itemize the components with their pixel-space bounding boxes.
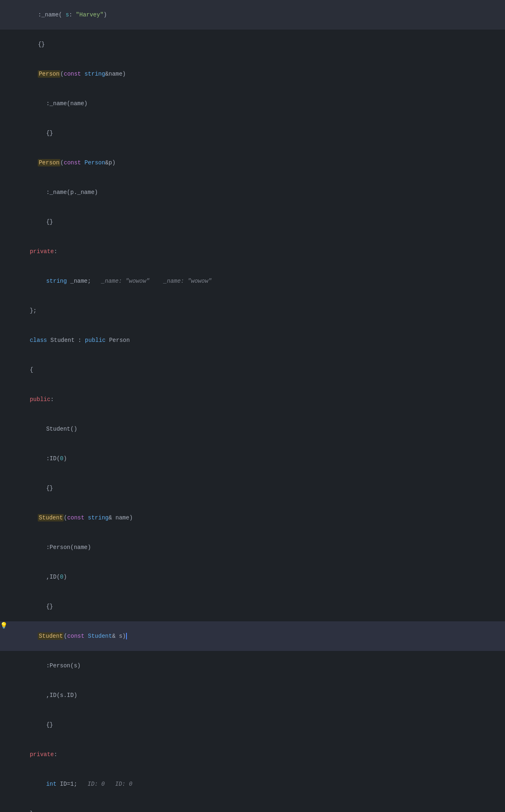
code-token: ,ID(: [46, 574, 60, 580]
code-line: :_name(p._name): [0, 178, 505, 207]
line-content: private:: [7, 237, 505, 266]
code-line: :ID(0): [0, 444, 505, 473]
code-token: ID=1;: [57, 781, 77, 787]
code-token: ): [103, 12, 107, 18]
code-line: int ID=1; ID: 0 ID: 0: [0, 769, 505, 799]
code-token: string: [88, 514, 108, 521]
code-line: ,ID(0): [0, 562, 505, 592]
lightbulb-icon[interactable]: 💡: [0, 622, 8, 630]
code-token: private: [30, 248, 54, 255]
code-token: ): [63, 574, 67, 580]
line-content: :ID(0): [7, 444, 505, 473]
code-token: Person: [38, 70, 60, 78]
code-token: {}: [46, 219, 53, 225]
code-line: :_name(name): [0, 89, 505, 118]
line-content: :Person(name): [7, 533, 505, 562]
code-token: :_name(name): [46, 100, 87, 107]
code-line: {}: [0, 118, 505, 148]
line-content: public:: [7, 385, 505, 414]
line-content: {: [7, 355, 505, 384]
code-token: &p): [105, 159, 115, 166]
line-content: Person(const string&name): [7, 60, 505, 88]
code-token: (: [64, 633, 67, 639]
line-content: };: [7, 799, 505, 812]
line-content: {}: [7, 474, 505, 503]
code-token: };: [30, 810, 37, 812]
code-token: [81, 159, 84, 166]
line-content: {}: [7, 119, 505, 148]
code-token: :: [50, 396, 54, 403]
code-token: Student: [38, 514, 64, 521]
code-token: "Harvey": [76, 12, 103, 18]
code-line: private:: [0, 740, 505, 769]
line-content: {}: [7, 208, 505, 236]
line-content: Student(): [7, 415, 505, 443]
code-token: string: [46, 278, 67, 284]
code-token: Person: [85, 159, 105, 166]
code-token: {}: [46, 722, 53, 728]
code-token: public: [30, 396, 50, 403]
code-token: _name: "wowow" _name: "wowow": [91, 278, 212, 284]
code-token: Person: [106, 337, 130, 344]
code-editor: :_name( s: "Harvey") {} Person(const str…: [0, 0, 505, 812]
code-token: const: [64, 71, 81, 77]
code-token: ): [63, 455, 67, 462]
code-token: {}: [46, 485, 53, 491]
code-line: {: [0, 355, 505, 385]
line-content: :_name(name): [7, 89, 505, 118]
code-token: {: [30, 367, 33, 373]
code-token: const: [67, 514, 85, 521]
code-token: const: [64, 159, 81, 166]
code-line: :Person(s): [0, 651, 505, 681]
code-token: string: [85, 71, 105, 77]
code-token: ID: 0 ID: 0: [77, 781, 132, 787]
cursor: [126, 633, 127, 639]
code-token: _name;: [67, 278, 91, 284]
code-token: (: [60, 159, 64, 166]
code-line: Student(): [0, 414, 505, 444]
code-line: private:: [0, 237, 505, 266]
code-token: & name): [108, 514, 133, 521]
code-token: &name): [105, 71, 126, 77]
code-line: };: [0, 799, 505, 812]
code-token: ,ID(s.ID): [46, 692, 77, 699]
code-line: {}: [0, 207, 505, 237]
code-token: :ID(: [46, 455, 60, 462]
code-token: (: [60, 71, 64, 77]
code-line: Person(const string&name): [0, 59, 505, 89]
line-content: ,ID(0): [7, 563, 505, 591]
code-token: :: [54, 751, 57, 758]
code-line: {}: [0, 710, 505, 740]
code-token: [81, 71, 84, 77]
code-line: {}: [0, 30, 505, 59]
code-token: (: [64, 514, 67, 521]
code-token: [85, 514, 88, 521]
line-content: {}: [7, 710, 505, 739]
line-content: Person(const Person&p): [7, 148, 505, 177]
code-token: {}: [38, 41, 45, 48]
code-line: {}: [0, 592, 505, 621]
line-content: int ID=1; ID: 0 ID: 0: [7, 770, 505, 798]
code-token: :: [54, 248, 57, 255]
line-content: class Student : public Person: [7, 326, 505, 355]
code-token: :_name(: [38, 12, 65, 18]
code-token: private: [30, 751, 54, 758]
current-line: 💡 Student(const Student& s): [0, 621, 505, 651]
code-token: :Person(name): [46, 544, 91, 551]
line-content: :_name( s: "Harvey"): [7, 0, 505, 29]
code-token: int: [46, 781, 56, 787]
line-content: Student(const Student& s): [7, 622, 505, 651]
line-content: private:: [7, 740, 505, 769]
code-token: {}: [46, 130, 53, 136]
code-token: :_name(p._name): [46, 189, 98, 196]
code-token: :: [69, 12, 76, 18]
gutter-icon: 💡: [0, 622, 7, 630]
code-line: };: [0, 296, 505, 325]
code-token: {}: [46, 603, 53, 610]
code-token: public: [85, 337, 106, 344]
line-content: :Person(s): [7, 651, 505, 680]
code-token: Student: [88, 633, 112, 639]
code-token: class: [30, 337, 47, 344]
code-line: public:: [0, 385, 505, 414]
code-line: class Student : public Person: [0, 325, 505, 355]
